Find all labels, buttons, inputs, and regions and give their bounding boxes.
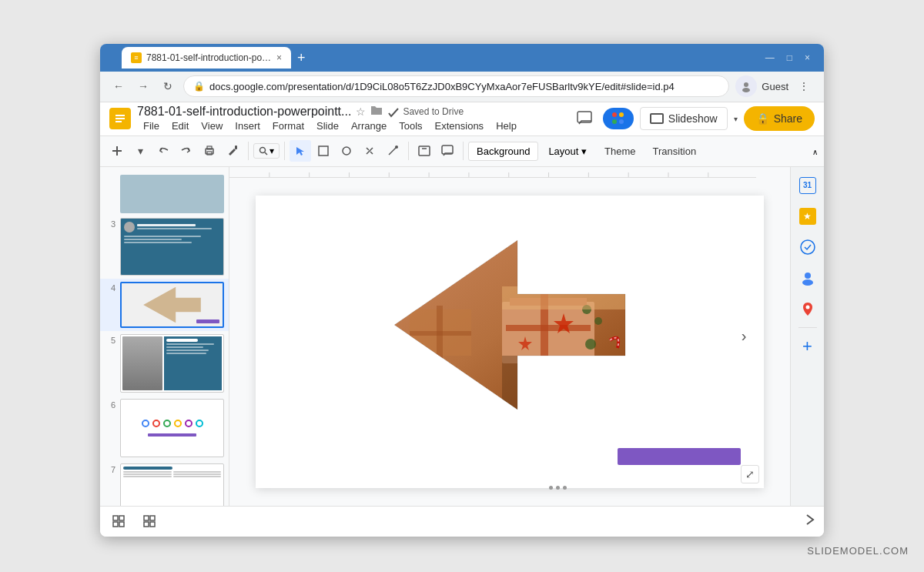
menu-edit[interactable]: Edit <box>166 119 195 133</box>
slide-dot-3 <box>563 486 567 490</box>
comment-tool-btn[interactable] <box>437 140 458 162</box>
layout-btn[interactable]: Layout ▾ <box>540 142 595 161</box>
tasks-sidebar-btn[interactable] <box>795 235 820 259</box>
share-btn[interactable]: 🔒 Share <box>744 106 815 131</box>
svg-rect-15 <box>319 146 328 156</box>
menu-file[interactable]: File <box>137 119 166 133</box>
slide-canvas: ⤢ <box>256 196 764 488</box>
svg-rect-5 <box>116 121 122 122</box>
new-tab-btn[interactable]: + <box>291 47 312 69</box>
select-tool-btn[interactable] <box>290 140 311 162</box>
slideshow-chevron-btn[interactable]: ▾ <box>734 115 738 123</box>
next-slide-btn[interactable]: › <box>735 321 753 352</box>
svg-point-0 <box>744 82 748 87</box>
more-options-btn[interactable]: ⋮ <box>793 75 815 97</box>
maps-sidebar-btn[interactable] <box>795 296 820 321</box>
thumb-5-title <box>166 339 199 342</box>
slide-item-5[interactable]: 5 <box>100 331 229 396</box>
menu-format[interactable]: Format <box>266 119 310 133</box>
sidebar-divider <box>798 327 817 328</box>
thumb-7-content <box>123 471 221 505</box>
menu-insert[interactable]: Insert <box>229 119 266 133</box>
svg-rect-12 <box>235 146 237 149</box>
slide-thumb-4 <box>120 282 224 328</box>
undo-btn[interactable] <box>152 140 174 162</box>
slide-number-6: 6 <box>105 399 116 410</box>
forward-btn[interactable]: → <box>134 77 152 95</box>
background-btn[interactable]: Background <box>468 142 538 161</box>
insert-btn[interactable] <box>106 140 128 162</box>
grid-view-btn[interactable] <box>106 512 131 530</box>
url-text: docs.google.com/presentation/d/1D9CiL08o… <box>209 81 719 92</box>
back-btn[interactable]: ← <box>109 77 128 95</box>
slide-item-3[interactable]: 3 <box>100 215 229 279</box>
maximize-btn[interactable]: □ <box>782 51 797 65</box>
tab-close-btn[interactable]: × <box>276 52 282 63</box>
active-tab[interactable]: ≡ 7881-01-self-introduction-powe... × <box>122 47 291 69</box>
slide-item-7[interactable]: 7 <box>100 460 229 505</box>
svg-point-46 <box>585 339 596 350</box>
menu-tools[interactable]: Tools <box>393 119 428 133</box>
zoom-level: ▾ <box>270 146 274 156</box>
address-input[interactable]: 🔒 docs.google.com/presentation/d/1D9CiL0… <box>183 75 729 97</box>
calendar-sidebar-btn[interactable]: 31 <box>795 173 820 198</box>
line-tool-btn[interactable] <box>382 140 403 162</box>
insert-dropdown-btn[interactable]: ▾ <box>129 140 151 162</box>
svg-rect-61 <box>144 516 149 520</box>
notes-sidebar-btn[interactable]: ★ <box>795 204 820 229</box>
svg-point-16 <box>343 147 350 155</box>
comment-btn[interactable] <box>572 106 597 131</box>
collapse-toolbar-btn[interactable]: ∧ <box>812 148 818 156</box>
text-tool-btn[interactable] <box>313 140 334 162</box>
contacts-sidebar-btn[interactable] <box>795 266 820 290</box>
reload-btn[interactable]: ↻ <box>159 77 177 95</box>
star-icon[interactable]: ☆ <box>356 105 366 118</box>
theme-btn[interactable]: Theme <box>597 142 643 160</box>
tab-favicon: ≡ <box>131 52 142 63</box>
print-btn[interactable] <box>199 140 220 162</box>
format-paint-btn[interactable] <box>222 140 243 162</box>
minimize-btn[interactable]: — <box>761 51 779 65</box>
sidebar-add-btn[interactable]: + <box>795 334 820 359</box>
folder-icon[interactable] <box>370 105 383 118</box>
toolbar-divider-4 <box>463 142 464 160</box>
thumb-7-col-1 <box>123 471 172 505</box>
toolbar-divider-1 <box>248 142 249 160</box>
close-btn[interactable]: × <box>800 51 815 65</box>
svg-point-45 <box>594 317 602 325</box>
menu-help[interactable]: Help <box>490 119 523 133</box>
panel-toggle-btn[interactable] <box>802 512 818 530</box>
toolbar-divider-3 <box>408 142 409 160</box>
thumb-5-left <box>122 336 162 390</box>
tools-btn[interactable] <box>359 140 380 162</box>
slideshow-btn[interactable]: Slideshow <box>640 107 728 130</box>
svg-point-56 <box>805 305 809 309</box>
slide-item-6[interactable]: 6 <box>100 396 229 460</box>
menu-arrange[interactable]: Arrange <box>345 119 393 133</box>
menu-extensions[interactable]: Extensions <box>429 119 490 133</box>
slide-item-partial[interactable] <box>100 173 229 215</box>
svg-rect-47 <box>502 356 625 410</box>
thumb-3-lines <box>124 236 220 243</box>
svg-rect-41 <box>506 325 591 331</box>
redo-btn[interactable] <box>176 140 197 162</box>
list-view-btn[interactable] <box>137 512 162 530</box>
header-actions: Slideshow ▾ 🔒 Share <box>572 106 815 131</box>
zoom-control[interactable]: ▾ <box>253 143 280 159</box>
slide-bottom-bar <box>359 477 756 500</box>
transition-btn[interactable]: Transition <box>645 142 705 160</box>
slide-item-4[interactable]: 4 <box>100 279 229 331</box>
shape-tool-btn[interactable] <box>336 140 357 162</box>
meet-btn[interactable] <box>603 108 634 129</box>
svg-point-18 <box>395 146 398 149</box>
menu-slide[interactable]: Slide <box>310 119 345 133</box>
slide-dot-1 <box>549 486 553 490</box>
drive-saved-indicator: Saved to Drive <box>387 105 464 118</box>
purple-bar[interactable] <box>618 448 741 465</box>
profile-btn[interactable] <box>735 75 757 97</box>
arrow-shape[interactable] <box>348 225 671 459</box>
tab-bar: ≡ 7881-01-self-introduction-powe... × + <box>122 47 755 69</box>
app-filename[interactable]: 7881-01-self-introduction-powerpointt... <box>137 105 351 119</box>
textbox-tool-btn[interactable] <box>413 140 435 162</box>
menu-view[interactable]: View <box>195 119 229 133</box>
